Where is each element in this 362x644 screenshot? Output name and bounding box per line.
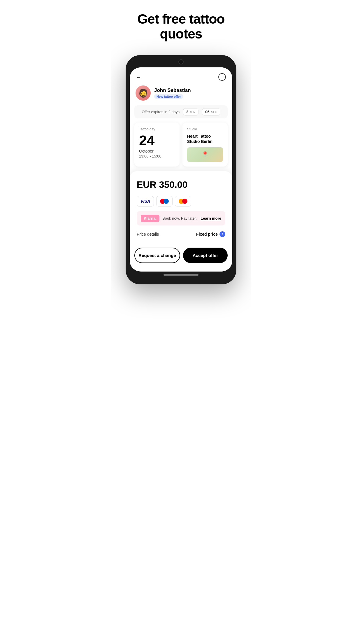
price-details-label: Price details — [137, 232, 159, 237]
map-preview: 📍 — [187, 147, 223, 162]
price-details-row: Price details Fixed price ! — [137, 230, 225, 237]
date-card: Tattoo day 24 October 13:00 - 15:00 — [134, 123, 180, 166]
phone-screen: ← 🧔 John Sebastian New tatto — [130, 67, 232, 272]
back-button[interactable]: ← — [136, 74, 141, 80]
chat-icon[interactable] — [218, 73, 226, 81]
date-card-label: Tattoo day — [139, 127, 175, 131]
offer-expiry-bar: Offer expires in 2 days 2 MIN 06 SEC — [134, 105, 228, 118]
paypal-payment-icon — [156, 196, 173, 206]
date-card-time: 13:00 - 15:00 — [139, 154, 175, 158]
studio-card: Studio Heart Tattoo Studio Berlin 📍 — [182, 123, 228, 166]
svg-point-2 — [222, 77, 223, 78]
klarna-text: Book now. Pay later. — [162, 216, 198, 220]
visa-label: VISA — [140, 199, 150, 204]
mastercard-payment-icon — [175, 196, 191, 206]
profile-info: John Sebastian New tattoo offer — [154, 88, 226, 99]
accept-offer-button[interactable]: Accept offer — [183, 248, 228, 263]
date-card-month: October — [139, 149, 175, 153]
phone-notch — [178, 59, 184, 64]
payment-icons-row: VISA — [137, 196, 225, 206]
studio-card-name: Heart Tattoo Studio Berlin — [187, 134, 223, 144]
phone-bottom-bar — [130, 272, 232, 280]
price-card: EUR 350.00 VISA — [130, 171, 232, 243]
cards-row: Tattoo day 24 October 13:00 - 15:00 Stud… — [130, 123, 232, 166]
timer-seconds: 06 SEC — [202, 108, 220, 116]
map-pin-icon: 📍 — [201, 151, 209, 158]
profile-row: 🧔 John Sebastian New tattoo offer — [130, 85, 232, 105]
profile-name: John Sebastian — [154, 88, 226, 93]
mastercard-circles — [179, 199, 187, 204]
paypal-circles — [160, 199, 169, 204]
klarna-learn-more[interactable]: Learn more — [201, 216, 221, 220]
app-header: ← — [130, 67, 232, 85]
circle-orange — [182, 199, 187, 204]
circle-blue — [164, 199, 169, 204]
fixed-price-label: Fixed price ! — [196, 231, 225, 237]
profile-badge: New tattoo offer — [154, 94, 183, 99]
avatar: 🧔 — [136, 85, 151, 101]
svg-point-3 — [223, 77, 224, 78]
info-icon[interactable]: ! — [219, 231, 225, 237]
svg-point-1 — [221, 77, 222, 78]
expiry-label: Offer expires in 2 days — [142, 110, 180, 114]
price-amount: EUR 350.00 — [137, 179, 225, 190]
avatar-emoji: 🧔 — [138, 88, 148, 98]
timer-minutes: 2 MIN — [183, 108, 198, 116]
request-change-button[interactable]: Request a change — [134, 248, 180, 263]
date-card-day: 24 — [139, 134, 175, 148]
screen-inner: ← 🧔 John Sebastian New tatto — [130, 67, 232, 272]
page-headline: Get free tattoo quotes — [137, 12, 224, 41]
klarna-badge: Klarna. — [141, 215, 159, 222]
home-indicator — [164, 274, 198, 276]
studio-card-label: Studio — [187, 127, 223, 131]
phone-frame: ← 🧔 John Sebastian New tatto — [126, 55, 236, 284]
action-buttons: Request a change Accept offer — [130, 243, 232, 269]
visa-payment-icon: VISA — [137, 196, 154, 206]
klarna-row: Klarna. Book now. Pay later. Learn more — [137, 211, 225, 225]
